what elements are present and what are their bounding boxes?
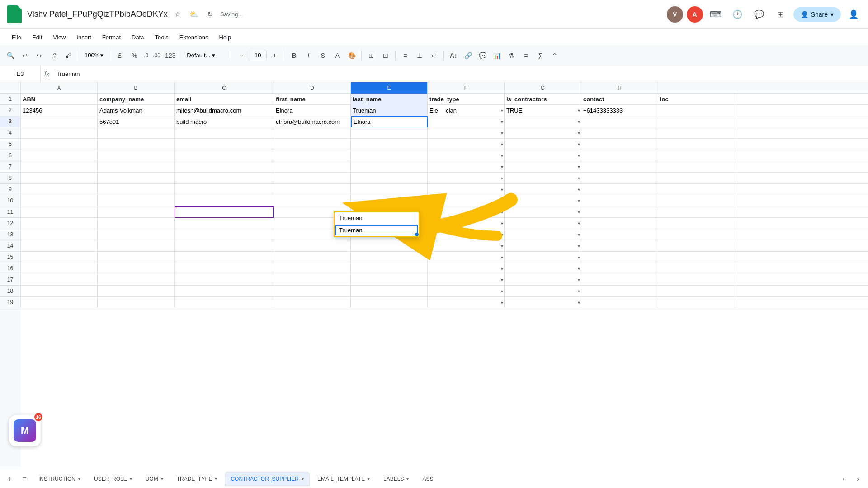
cell-col8-row8[interactable] [581,173,658,184]
row-num-19[interactable]: 19 [0,297,21,308]
cell-col5-row17[interactable] [351,274,428,286]
font-size-box[interactable]: 10 [249,50,267,61]
chart-btn[interactable]: 📊 [490,49,504,62]
cell-col6-row5[interactable] [428,139,505,150]
cell-col1-row13[interactable] [21,229,98,240]
build-macro-logo[interactable]: 16 M [9,415,41,446]
cell-col6-row6[interactable] [428,150,505,161]
wrap-btn[interactable]: ↵ [427,49,441,62]
cell-col7-row6[interactable] [505,150,581,161]
cell-d1[interactable]: first_name [274,94,351,105]
tab-labels[interactable]: LABELS ▾ [377,472,415,486]
cell-col4-row15[interactable] [274,252,351,263]
cell-col7-row19[interactable] [505,297,581,308]
cell-col8-row10[interactable] [581,195,658,206]
cell-i4[interactable] [658,127,735,139]
cell-col7-row7[interactable] [505,161,581,173]
cell-d3[interactable]: elnora@buildmacro.com [274,116,351,127]
cell-col4-row19[interactable] [274,297,351,308]
cell-col8-row9[interactable] [581,184,658,195]
row-num-3[interactable]: 3 [0,116,21,127]
cell-col9-row6[interactable] [658,150,735,161]
cell-col6-row13[interactable] [428,229,505,240]
dropdown-item-trueman-1[interactable]: Trueman [335,212,419,224]
user-avatar-1[interactable]: V [667,6,683,23]
cell-col7-row5[interactable] [505,139,581,150]
cell-f2[interactable]: Electrician [428,105,505,116]
cell-a4[interactable] [21,127,98,139]
cell-col1-row16[interactable] [21,263,98,274]
cell-col5-row14[interactable] [351,240,428,252]
cell-col6-row10[interactable] [428,195,505,206]
col-header-h[interactable]: H [581,82,658,94]
menu-edit[interactable]: Edit [28,32,47,42]
cell-col4-row18[interactable] [274,286,351,297]
cell-col1-row18[interactable] [21,286,98,297]
row-num-16[interactable]: 16 [0,263,21,274]
cell-col3-row12[interactable] [175,218,274,229]
cell-c4[interactable] [175,127,274,139]
comment-toolbar-btn[interactable]: 💬 [476,49,489,62]
cell-c1[interactable]: email [175,94,274,105]
link-btn[interactable]: 🔗 [461,49,475,62]
menu-data[interactable]: Data [127,32,148,42]
cell-col1-row14[interactable] [21,240,98,252]
cell-col4-row16[interactable] [274,263,351,274]
cell-col9-row13[interactable] [658,229,735,240]
cell-col1-row12[interactable] [21,218,98,229]
cell-col5-row9[interactable] [351,184,428,195]
cell-col7-row9[interactable] [505,184,581,195]
decimal-0-btn[interactable]: .0 [142,49,150,62]
col-header-c[interactable]: C [175,82,274,94]
text-color-btn[interactable]: A [330,49,344,62]
cell-col9-row14[interactable] [658,240,735,252]
cell-col8-row15[interactable] [581,252,658,263]
cell-col7-row13[interactable] [505,229,581,240]
zoom-selector[interactable]: 100% ▾ [81,51,107,60]
cell-col4-row10[interactable] [274,195,351,206]
cell-col6-row18[interactable] [428,286,505,297]
paint-format-btn[interactable]: 🖌 [61,49,75,62]
cell-col2-row8[interactable] [98,173,175,184]
cell-col2-row16[interactable] [98,263,175,274]
col-header-a[interactable]: A [21,82,98,94]
cell-f1[interactable]: trade_type [428,94,505,105]
cell-col4-row7[interactable] [274,161,351,173]
cell-col1-row19[interactable] [21,297,98,308]
valign-btn[interactable]: ⊥ [413,49,426,62]
cell-col5-row19[interactable] [351,297,428,308]
redo-btn[interactable]: ↪ [33,49,46,62]
sheet-menu-btn[interactable]: ≡ [18,473,31,485]
menu-insert[interactable]: Insert [72,32,96,42]
cell-c2[interactable]: mitesh@buildmacro.com [175,105,274,116]
row-num-6[interactable]: 6 [0,150,21,161]
cell-col2-row15[interactable] [98,252,175,263]
drag-handle[interactable] [415,233,419,236]
cell-i2[interactable] [658,105,735,116]
row-num-10[interactable]: 10 [0,195,21,206]
cell-col5-row16[interactable] [351,263,428,274]
cell-col9-row16[interactable] [658,263,735,274]
cell-col2-row17[interactable] [98,274,175,286]
cell-col8-row12[interactable] [581,218,658,229]
cell-g4[interactable] [505,127,581,139]
cell-col7-row17[interactable] [505,274,581,286]
cell-col3-row10[interactable] [175,195,274,206]
cell-col3-row6[interactable] [175,150,274,161]
cell-col3-row7[interactable] [175,161,274,173]
cell-col5-row7[interactable] [351,161,428,173]
cell-a3[interactable] [21,116,98,127]
cell-col5-row15[interactable] [351,252,428,263]
cell-col1-row5[interactable] [21,139,98,150]
cell-e2[interactable]: Trueman [351,105,428,116]
menu-tools[interactable]: Tools [150,32,173,42]
cell-col6-row9[interactable] [428,184,505,195]
row-num-13[interactable]: 13 [0,229,21,240]
menu-help[interactable]: Help [214,32,236,42]
cell-col6-row17[interactable] [428,274,505,286]
tab-uom[interactable]: UOM ▾ [140,472,169,486]
cell-col6-row16[interactable] [428,263,505,274]
sync-icon[interactable]: ↻ [204,8,217,21]
italic-btn[interactable]: I [302,49,315,62]
cell-c3[interactable]: build macro [175,116,274,127]
